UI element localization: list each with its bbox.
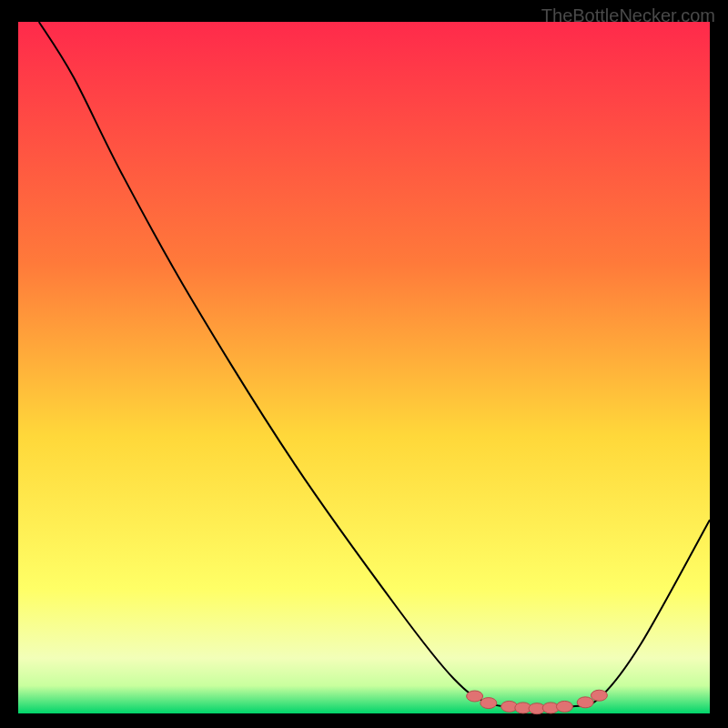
attribution-label: TheBottleNecker.com: [541, 5, 715, 26]
bottleneck-chart: [0, 0, 728, 728]
marker-dot: [577, 697, 593, 708]
marker-dot: [480, 698, 497, 709]
plot-background: [18, 22, 710, 713]
marker-dot: [591, 690, 607, 701]
marker-dot: [467, 691, 483, 702]
chart-container: TheBottleNecker.com: [0, 0, 728, 728]
marker-dot: [556, 701, 572, 712]
